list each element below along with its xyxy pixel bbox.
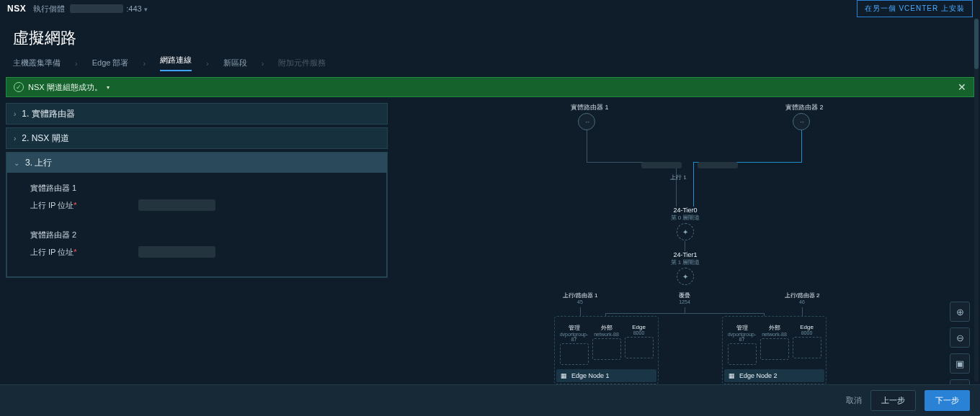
gateway-icon: ✦ xyxy=(682,228,688,236)
phys-router-1-node[interactable]: ↔ xyxy=(578,113,595,130)
top-bar: NSX 執行個體 xxxxxxxxxxxx:443 ▾ 在另一個 VCENTER… xyxy=(0,0,980,17)
fit-icon: ▣ xyxy=(956,358,964,369)
chevron-down-icon[interactable]: ▾ xyxy=(107,84,110,91)
breadcrumb-host-prep[interactable]: 主機叢集準備 xyxy=(13,58,61,68)
tier1-node[interactable]: 24-Tier1 第 1 層閘道 ✦ xyxy=(667,251,703,285)
close-icon[interactable]: ✕ xyxy=(958,81,966,93)
page-title: 虛擬網路 xyxy=(13,27,967,49)
chevron-right-icon: › xyxy=(206,59,209,68)
accordion-header-uplink[interactable]: ⌄ 3. 上行 xyxy=(6,153,387,173)
edge-column-1: Edge 8000 xyxy=(623,324,655,365)
uplink-ip-value-2[interactable]: xxx.xxx.xxx.xxx xyxy=(138,246,215,258)
mgmt-column-2: 管理 dvportgroup-87 xyxy=(726,324,758,365)
left-panel: › 1. 實體路由器 › 2. NSX 閘道 ⌄ 3. 上行 實體路由器 1 上… xyxy=(6,103,388,404)
router-icon: ↔ xyxy=(799,119,803,125)
phys-router-2-node[interactable]: ↔ xyxy=(793,113,810,130)
uplink-ip-value-1[interactable]: xxx.xxx.xxx.xxx xyxy=(138,199,215,211)
success-banner: ✓ NSX 閘道組態成功。 ▾ ✕ xyxy=(6,77,974,97)
router-1-label: 實體路由器 1 xyxy=(30,183,373,194)
zoom-in-button[interactable]: ⊕ xyxy=(950,302,970,322)
uplink-ip-label-2: 上行 IP 位址* xyxy=(30,247,117,258)
zoom-out-button[interactable]: ⊖ xyxy=(950,327,970,348)
mgmt-column-1: 管理 dvportgroup-87 xyxy=(558,324,590,365)
nsx-instance[interactable]: 執行個體 xxxxxxxxxxxx:443 ▾ xyxy=(33,4,148,14)
router-icon: ↔ xyxy=(584,119,589,125)
chevron-right-icon: › xyxy=(75,59,78,68)
ext-column-2: 外部 network-88 xyxy=(758,324,790,365)
vertical-scrollbar[interactable] xyxy=(974,19,979,381)
tier0-node[interactable]: 24-Tier0 第 0 層閘道 ✦ xyxy=(667,207,703,240)
uplink-ip-label-1: 上行 IP 位址* xyxy=(30,200,117,211)
gateway-icon: ✦ xyxy=(682,273,688,281)
cancel-button[interactable]: 取消 xyxy=(846,395,862,406)
edge-column-2: Edge 8000 xyxy=(790,324,823,365)
chevron-down-icon: ▾ xyxy=(144,6,148,13)
uplink-router-2-group: 上行/路由器 2 46 xyxy=(780,291,824,304)
uplink-router-1-group: 上行/路由器 1 45 xyxy=(558,291,602,304)
edge-node-2-pill[interactable]: ▦ Edge Node 2 xyxy=(724,369,824,382)
chevron-right-icon: › xyxy=(262,59,264,68)
phys-router-1-label: 實體路由器 1 xyxy=(571,103,609,112)
banner-message: NSX 閘道組態成功。 xyxy=(28,82,102,93)
fit-to-screen-button[interactable]: ▣ xyxy=(950,353,970,374)
accordion-physical-router: › 1. 實體路由器 xyxy=(6,103,388,125)
accordion-header-physical-router[interactable]: › 1. 實體路由器 xyxy=(6,104,387,124)
wizard-breadcrumb: 主機叢集準備 › Edge 部署 › 網路連線 › 新區段 › 附加元件服務 xyxy=(0,55,980,77)
ext-column-1: 外部 network-88 xyxy=(590,324,623,365)
uplink-left-ip: xxxxxxxxxx xyxy=(641,162,682,168)
breadcrumb-segments[interactable]: 新區段 xyxy=(223,58,247,68)
chevron-right-icon: › xyxy=(14,110,16,118)
edge-group-1-box: 管理 dvportgroup-87 外部 network-88 Edge 800… xyxy=(554,316,659,384)
next-button[interactable]: 下一步 xyxy=(925,390,970,411)
breadcrumb-network[interactable]: 網路連線 xyxy=(160,55,192,71)
nsx-logo: NSX xyxy=(7,4,26,14)
overlay-segment-group: 覆疊 1254 xyxy=(663,291,706,304)
edge-group-2-box: 管理 dvportgroup-87 外部 network-88 Edge 800… xyxy=(722,316,827,384)
main-body: › 1. 實體路由器 › 2. NSX 閘道 ⌄ 3. 上行 實體路由器 1 上… xyxy=(0,103,980,404)
edge-node-1-pill[interactable]: ▦ Edge Node 1 xyxy=(556,369,656,382)
chevron-right-icon: › xyxy=(143,59,146,68)
scrollbar-thumb[interactable] xyxy=(974,19,979,69)
zoom-in-icon: ⊕ xyxy=(956,307,964,317)
phys-router-2-label: 實體路由器 2 xyxy=(785,103,824,112)
chevron-down-icon: ⌄ xyxy=(14,159,19,167)
accordion-nsx-gateway: › 2. NSX 閘道 xyxy=(6,127,388,149)
router-2-label: 實體路由器 2 xyxy=(30,230,373,240)
uplink-right-ip: xxxxxxxxxx xyxy=(698,162,738,168)
uplink-1-sublabel: 上行 1 xyxy=(670,173,687,181)
chevron-right-icon: › xyxy=(14,135,16,143)
breadcrumb-edge[interactable]: Edge 部署 xyxy=(92,58,129,68)
zoom-out-icon: ⊖ xyxy=(956,333,964,343)
topology-diagram[interactable]: 實體路由器 1 實體路由器 2 ↔ ↔ xxxxxxxxxx xyxy=(396,103,974,404)
page-header: 虛擬網路 xyxy=(0,17,980,55)
check-circle-icon: ✓ xyxy=(14,82,24,92)
accordion-uplink: ⌄ 3. 上行 實體路由器 1 上行 IP 位址* xxx.xxx.xxx.xx… xyxy=(6,152,388,278)
server-icon: ▦ xyxy=(561,372,567,379)
accordion-body-uplink: 實體路由器 1 上行 IP 位址* xxx.xxx.xxx.xxx 實體路由器 … xyxy=(6,173,387,277)
install-on-vcenter-button[interactable]: 在另一個 VCENTER 上安裝 xyxy=(857,0,973,17)
wizard-footer: 取消 上一步 下一步 xyxy=(0,384,980,416)
previous-button[interactable]: 上一步 xyxy=(870,390,916,411)
accordion-header-nsx-gateway[interactable]: › 2. NSX 閘道 xyxy=(6,128,387,148)
server-icon: ▦ xyxy=(729,372,735,379)
breadcrumb-addons: 附加元件服務 xyxy=(278,58,326,68)
